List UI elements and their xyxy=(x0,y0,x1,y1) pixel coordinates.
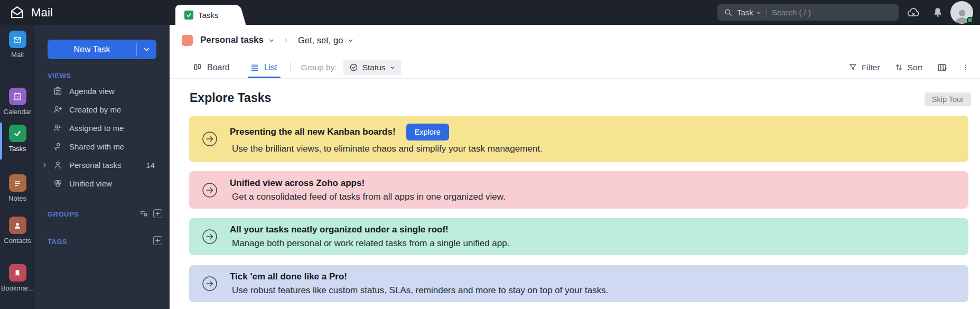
arrow-right-circle-icon[interactable] xyxy=(202,276,218,292)
agenda-icon xyxy=(53,86,63,96)
banner-title: All your tasks neatly organized under a … xyxy=(230,224,509,235)
rail-item-calendar[interactable]: Calendar xyxy=(0,88,35,116)
person-icon xyxy=(53,160,63,170)
tab-tasks-label: Tasks xyxy=(198,11,218,20)
chevron-right-icon[interactable] xyxy=(42,162,48,168)
chevron-down-icon xyxy=(756,10,761,15)
kanban-icon xyxy=(193,63,202,72)
tab-tasks[interactable]: Tasks xyxy=(175,5,235,25)
add-tag-button[interactable] xyxy=(153,236,162,245)
sidebar-item-label: Assigned to me xyxy=(69,124,124,133)
breadcrumb-list-name[interactable]: Get, set, go xyxy=(298,35,343,45)
tab-board[interactable]: Board xyxy=(193,57,230,78)
chevron-down-icon xyxy=(143,46,150,53)
chevron-down-icon xyxy=(390,65,395,70)
add-group-button[interactable] xyxy=(153,209,162,218)
cloud-offline-icon[interactable] xyxy=(907,6,920,19)
sidebar-item-shared-with-me[interactable]: Shared with me xyxy=(35,137,170,156)
calendar-icon xyxy=(9,88,26,105)
tab-list-label: List xyxy=(264,63,277,72)
search-scope-dropdown[interactable]: Task xyxy=(737,8,761,17)
main-content: Personal tasks Get, set, go Board xyxy=(170,25,980,309)
filter-funnel-icon xyxy=(848,63,857,72)
sidebar-item-label: Shared with me xyxy=(69,142,124,151)
tasks-sidebar: New Task VIEWS Agenda view xyxy=(35,25,170,309)
chevron-down-icon[interactable] xyxy=(268,38,274,43)
arrow-right-circle-icon[interactable] xyxy=(202,229,218,245)
rail-item-mail[interactable]: Mail xyxy=(0,31,35,59)
toolbar-divider xyxy=(290,62,291,72)
new-task-button[interactable]: New Task xyxy=(48,40,156,59)
sidebar-item-unified-view[interactable]: Unified view xyxy=(35,174,170,193)
bookmark-icon xyxy=(9,264,26,282)
group-by-status-value: Status xyxy=(362,63,386,72)
rail-item-contacts[interactable]: Contacts xyxy=(0,217,35,245)
banner-description: Manage both personal or work related tas… xyxy=(230,238,509,249)
more-options-kebab-icon[interactable] xyxy=(962,63,970,72)
person-arrow-out-icon xyxy=(53,105,63,115)
view-toolbar: Board List Group by: Status xyxy=(170,57,980,79)
notes-icon xyxy=(9,174,26,192)
sidebar-item-personal-tasks[interactable]: Personal tasks 14 xyxy=(35,156,170,174)
skip-tour-button[interactable]: Skip Tour xyxy=(925,92,971,106)
rail-label: Contacts xyxy=(4,237,31,245)
active-tab-underline xyxy=(248,77,281,78)
banner-description: Get a consolidated feed of tasks from al… xyxy=(230,192,506,202)
tasks-icon xyxy=(9,125,26,142)
tab-board-label: Board xyxy=(207,63,230,72)
search-input[interactable] xyxy=(772,8,892,17)
rail-label: Tasks xyxy=(8,145,26,153)
plus-icon xyxy=(155,211,161,217)
tab-list[interactable]: List xyxy=(250,57,277,78)
notifications-bell-icon[interactable] xyxy=(932,6,944,18)
arrow-right-circle-icon[interactable] xyxy=(202,131,218,147)
rail-label: Mail xyxy=(11,51,24,59)
app-logo: Mail xyxy=(9,4,53,21)
person-share-icon xyxy=(53,142,63,152)
columns-check-icon xyxy=(937,62,947,73)
search-scope-label: Task xyxy=(737,8,753,17)
arrow-right-circle-icon[interactable] xyxy=(202,182,218,198)
new-task-dropdown[interactable] xyxy=(137,40,156,59)
unified-view-icon xyxy=(53,179,63,189)
sort-arrows-icon xyxy=(894,63,903,72)
groups-section-title: GROUPS xyxy=(48,210,79,218)
tour-banner-pro-features: Tick 'em all done like a Pro! Use robust… xyxy=(189,265,968,302)
rail-label: Bookmar... xyxy=(1,284,34,292)
person-arrow-in-icon xyxy=(53,123,63,133)
tasks-check-icon xyxy=(184,11,193,20)
rail-item-bookmarks[interactable]: Bookmar... xyxy=(0,264,35,292)
mail-logo-icon xyxy=(9,4,25,21)
explore-button[interactable]: Explore xyxy=(406,124,449,141)
app-name: Mail xyxy=(31,6,53,20)
column-settings-button[interactable] xyxy=(937,62,947,73)
group-by-label: Group by: xyxy=(301,63,337,72)
manage-groups-icon[interactable] xyxy=(139,209,149,219)
sidebar-item-assigned-to-me[interactable]: Assigned to me xyxy=(35,119,170,137)
filter-button[interactable]: Filter xyxy=(848,63,880,72)
list-icon xyxy=(250,63,259,72)
sidebar-item-agenda-view[interactable]: Agenda view xyxy=(35,82,170,100)
tags-section-title: TAGS xyxy=(48,238,67,246)
breadcrumb-folder[interactable]: Personal tasks xyxy=(200,35,264,45)
tour-banner-kanban: Presenting the all new Kanban boards! Ex… xyxy=(189,116,968,162)
contacts-icon xyxy=(9,217,26,234)
sort-button[interactable]: Sort xyxy=(894,63,922,72)
chevron-down-icon[interactable] xyxy=(348,38,353,43)
user-avatar[interactable] xyxy=(950,1,973,24)
banner-title: Tick 'em all done like a Pro! xyxy=(230,271,608,282)
tour-banner-unified-view: Unified view across Zoho apps! Get a con… xyxy=(189,171,968,209)
chevron-right-icon xyxy=(283,38,289,43)
online-status-dot xyxy=(967,17,973,23)
group-by-status-dropdown[interactable]: Status xyxy=(343,60,401,75)
rail-item-tasks[interactable]: Tasks xyxy=(0,125,35,153)
sidebar-item-created-by-me[interactable]: Created by me xyxy=(35,100,170,119)
rail-item-notes[interactable]: Notes xyxy=(0,174,35,202)
new-task-label: New Task xyxy=(48,40,136,59)
search-bar[interactable]: Task | xyxy=(717,4,899,21)
check-circle-icon xyxy=(349,63,358,72)
search-icon xyxy=(724,8,733,17)
views-section-title: VIEWS xyxy=(48,72,71,80)
banner-description: Use the brilliant views, to eliminate ch… xyxy=(230,144,543,154)
sidebar-item-label: Agenda view xyxy=(69,87,115,96)
